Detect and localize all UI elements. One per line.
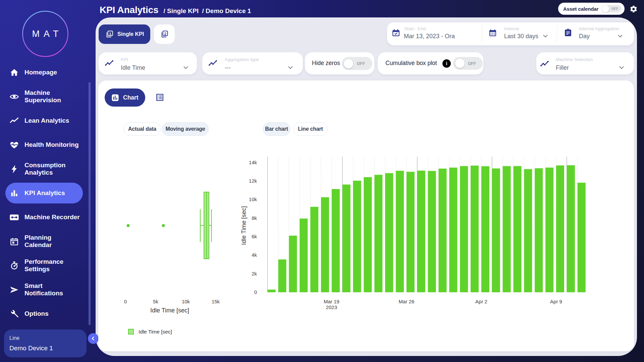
svg-text:2k: 2k xyxy=(252,271,257,277)
svg-text:10k: 10k xyxy=(182,299,190,304)
svg-text:12k: 12k xyxy=(249,178,257,184)
svg-text:8k: 8k xyxy=(252,215,257,221)
svg-text:Mar 26: Mar 26 xyxy=(399,299,415,304)
svg-text:0: 0 xyxy=(254,289,257,295)
svg-text:Idle Time [sec]: Idle Time [sec] xyxy=(150,307,189,314)
svg-text:10k: 10k xyxy=(249,196,257,202)
svg-text:2023: 2023 xyxy=(326,304,337,310)
svg-text:4k: 4k xyxy=(252,252,257,258)
svg-text:Mar 19: Mar 19 xyxy=(324,299,339,304)
svg-text:Idle Time [sec]: Idle Time [sec] xyxy=(139,329,172,335)
svg-text:5k: 5k xyxy=(153,299,158,304)
svg-text:14k: 14k xyxy=(249,160,257,165)
svg-text:0: 0 xyxy=(124,299,127,304)
svg-text:Idle Time [sec]: Idle Time [sec] xyxy=(240,206,247,245)
svg-text:Apr 2: Apr 2 xyxy=(475,299,487,304)
svg-text:15k: 15k xyxy=(212,299,220,304)
svg-text:6k: 6k xyxy=(252,234,257,239)
svg-text:1: 1 xyxy=(109,32,111,36)
svg-text:2: 2 xyxy=(164,32,166,36)
svg-text:Apr 9: Apr 9 xyxy=(550,299,562,304)
